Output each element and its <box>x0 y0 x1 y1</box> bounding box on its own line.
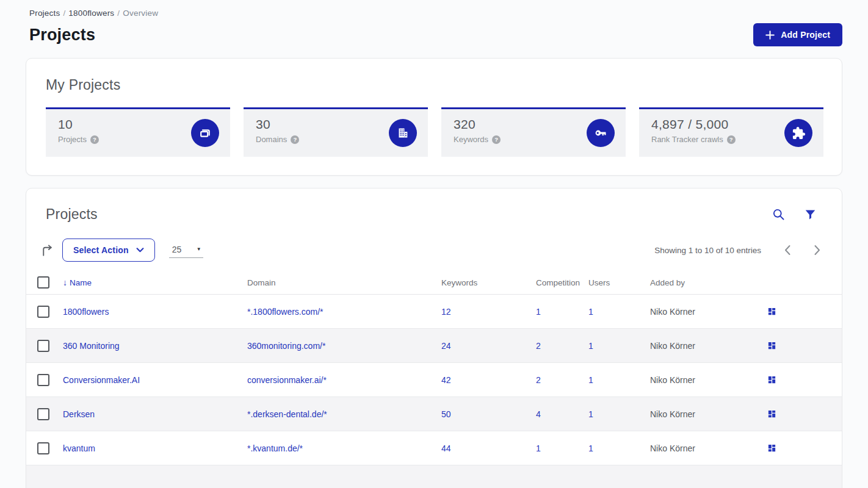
add-project-label: Add Project <box>781 30 830 40</box>
dashboard-button[interactable] <box>767 341 776 350</box>
column-header-competition[interactable]: Competition <box>536 278 588 287</box>
showing-entries-text: Showing 1 to 10 of 10 entries <box>654 246 761 255</box>
my-projects-heading: My Projects <box>46 77 823 93</box>
keywords-count[interactable]: 12 <box>441 307 536 317</box>
stat-keywords: 320 Keywords ? <box>441 107 626 157</box>
page-size-select[interactable]: 25 ▼ <box>169 243 203 258</box>
table-header-row: ↓ Name Domain Keywords Competition Users… <box>26 271 842 295</box>
table-body: 1800flowers *.1800flowers.com/* 12 1 1 N… <box>26 295 842 488</box>
users-count[interactable]: 1 <box>588 375 650 385</box>
corner-up-right-arrow-icon <box>40 243 54 257</box>
search-icon <box>772 208 785 221</box>
help-icon[interactable]: ? <box>90 135 99 144</box>
column-header-domain[interactable]: Domain <box>247 278 441 287</box>
sort-descending-icon: ↓ <box>63 278 67 287</box>
project-domain-link[interactable]: *.kvantum.de/* <box>247 443 441 453</box>
dashboard-grid-icon <box>767 443 776 453</box>
added-by: Niko Körner <box>650 307 745 317</box>
row-checkbox[interactable] <box>37 306 49 318</box>
competition-count[interactable]: 2 <box>536 375 588 385</box>
competition-count[interactable]: 4 <box>536 409 588 419</box>
add-project-button[interactable]: Add Project <box>753 23 842 46</box>
project-name-link[interactable]: Conversionmaker.AI <box>63 375 247 385</box>
select-action-label: Select Action <box>73 245 129 255</box>
table-row: 360 Monitoring 360monitoring.com/* 24 2 … <box>26 329 842 363</box>
dashboard-button[interactable] <box>767 409 776 418</box>
keywords-count[interactable]: 24 <box>441 341 536 351</box>
page-size-value: 25 <box>172 245 182 254</box>
filter-button[interactable] <box>805 209 816 220</box>
dashboard-grid-icon <box>767 375 776 384</box>
chevron-left-icon <box>784 245 791 256</box>
competition-count[interactable]: 1 <box>536 307 588 317</box>
competition-count[interactable]: 2 <box>536 341 588 351</box>
stat-projects-label: Projects <box>58 135 87 144</box>
project-domain-link[interactable]: conversionmaker.ai/* <box>247 375 441 385</box>
column-header-users[interactable]: Users <box>588 278 650 287</box>
breadcrumb: Projects/1800flowers/Overview <box>29 9 842 18</box>
building-icon <box>389 119 417 147</box>
stat-rank-tracker: 4,897 / 5,000 Rank Tracker crawls ? <box>639 107 823 157</box>
added-by: Niko Körner <box>650 341 745 351</box>
row-checkbox[interactable] <box>37 340 49 352</box>
competition-count[interactable]: 1 <box>536 443 588 453</box>
breadcrumb-separator: / <box>63 9 65 18</box>
keywords-count[interactable]: 42 <box>441 375 536 385</box>
chevron-down-icon <box>136 248 144 253</box>
select-action-button[interactable]: Select Action <box>62 239 155 262</box>
export-button[interactable] <box>40 243 54 257</box>
users-count[interactable]: 1 <box>588 443 650 453</box>
row-checkbox[interactable] <box>37 408 49 420</box>
help-icon[interactable]: ? <box>727 135 736 144</box>
keywords-count[interactable]: 44 <box>441 443 536 453</box>
dashboard-button[interactable] <box>767 307 776 316</box>
breadcrumb-projects[interactable]: Projects <box>29 9 60 18</box>
table-row: Derksen *.derksen-dental.de/* 50 4 1 Nik… <box>26 397 842 431</box>
stat-domains: 30 Domains ? <box>244 107 428 157</box>
page-title: Projects <box>29 26 753 45</box>
breadcrumb-1800flowers[interactable]: 1800flowers <box>68 9 114 18</box>
users-count[interactable]: 1 <box>588 409 650 419</box>
users-count[interactable]: 1 <box>588 341 650 351</box>
keywords-count[interactable]: 50 <box>441 409 536 419</box>
filter-icon <box>805 209 816 220</box>
my-projects-card: My Projects 10 Projects ? 30 Domains ? <box>26 58 842 176</box>
column-header-added-by[interactable]: Added by <box>650 278 745 287</box>
project-domain-link[interactable]: 360monitoring.com/* <box>247 341 441 351</box>
project-domain-link[interactable]: *.derksen-dental.de/* <box>247 409 441 419</box>
select-all-checkbox[interactable] <box>37 276 49 289</box>
table-row: Conversionmaker.AI conversionmaker.ai/* … <box>26 363 842 397</box>
table-row: kvantum *.kvantum.de/* 44 1 1 Niko Körne… <box>26 431 842 465</box>
dashboard-button[interactable] <box>767 443 776 453</box>
help-icon[interactable]: ? <box>492 135 501 144</box>
next-page-button[interactable] <box>814 245 821 256</box>
projects-table-card: Projects Select Action <box>26 188 842 488</box>
column-header-keywords[interactable]: Keywords <box>441 278 536 287</box>
project-name-link[interactable]: 360 Monitoring <box>63 341 247 351</box>
users-count[interactable]: 1 <box>588 307 650 317</box>
stat-projects: 10 Projects ? <box>46 107 230 157</box>
dashboard-grid-icon <box>767 409 776 418</box>
row-checkbox[interactable] <box>37 374 49 386</box>
projects-card-heading: Projects <box>46 206 772 223</box>
key-icon <box>587 119 615 147</box>
added-by: Niko Körner <box>650 443 745 453</box>
table-row-partial <box>26 465 842 488</box>
project-name-link[interactable]: kvantum <box>63 443 247 453</box>
search-button[interactable] <box>772 208 785 221</box>
added-by: Niko Körner <box>650 375 745 385</box>
dashboard-grid-icon <box>767 341 776 350</box>
project-name-link[interactable]: 1800flowers <box>63 307 247 317</box>
previous-page-button[interactable] <box>784 245 791 256</box>
help-icon[interactable]: ? <box>291 135 299 144</box>
row-checkbox[interactable] <box>37 442 49 454</box>
project-domain-link[interactable]: *.1800flowers.com/* <box>247 307 441 317</box>
project-name-link[interactable]: Derksen <box>63 409 247 419</box>
caret-down-icon: ▼ <box>197 246 201 252</box>
plus-icon <box>765 30 775 40</box>
column-header-name[interactable]: ↓ Name <box>63 278 247 287</box>
added-by: Niko Körner <box>650 409 745 419</box>
dashboard-button[interactable] <box>767 375 776 384</box>
top-bar: Projects/1800flowers/Overview Projects A… <box>0 0 868 46</box>
table-row: 1800flowers *.1800flowers.com/* 12 1 1 N… <box>26 295 842 329</box>
